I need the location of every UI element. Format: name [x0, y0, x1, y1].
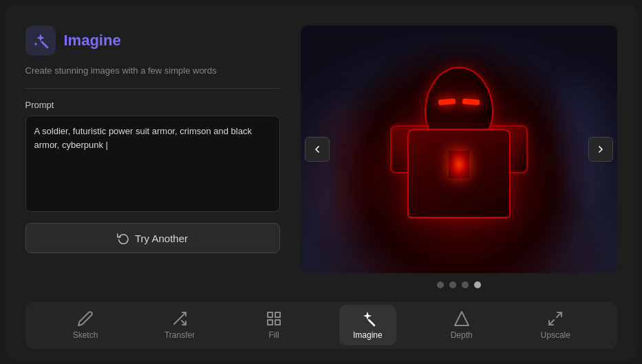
toolbar-item-imagine[interactable]: Imagine	[339, 305, 396, 345]
toolbar-fill-label: Fill	[268, 330, 279, 340]
app-title: Imagine	[64, 32, 121, 50]
toolbar-item-depth[interactable]: Depth	[434, 305, 489, 345]
toolbar-imagine-label: Imagine	[353, 330, 383, 340]
bg-glow-left	[317, 100, 372, 237]
carousel-dot-1[interactable]	[437, 281, 444, 288]
toolbar-item-fill[interactable]: Fill	[246, 305, 301, 345]
svg-line-0	[42, 42, 47, 47]
pencil-icon	[77, 310, 94, 327]
main-content: Imagine Create stunning images with a fe…	[5, 5, 638, 302]
try-another-label: Try Another	[135, 233, 188, 244]
toolbar-item-upscale[interactable]: Upscale	[527, 305, 584, 345]
app-header: Imagine	[25, 25, 280, 56]
expand-icon	[547, 310, 564, 327]
svg-line-7	[369, 320, 374, 325]
chest	[407, 129, 511, 218]
right-panel	[301, 25, 617, 288]
try-another-button[interactable]: Try Another	[25, 223, 280, 253]
wand-active-icon	[359, 310, 376, 327]
svg-rect-5	[275, 320, 280, 325]
refresh-icon	[117, 232, 129, 244]
svg-line-10	[549, 320, 554, 325]
triangle-icon	[453, 310, 470, 327]
cyber-soldier-image	[301, 25, 617, 273]
prompt-label: Prompt	[25, 100, 280, 110]
shuffle-icon	[171, 310, 188, 327]
app-icon-container	[25, 25, 56, 56]
toolbar-item-transfer[interactable]: Transfer	[151, 305, 208, 345]
carousel-dot-2[interactable]	[449, 281, 456, 288]
bottom-toolbar: Sketch Transfer Fill	[25, 302, 617, 349]
svg-rect-6	[268, 320, 272, 325]
prompt-textarea[interactable]: A soldier, futuristic power suit armor, …	[25, 116, 280, 212]
image-display	[301, 25, 617, 273]
left-panel: Imagine Create stunning images with a fe…	[25, 25, 280, 288]
carousel-dot-3[interactable]	[462, 281, 469, 288]
toolbar-sketch-label: Sketch	[73, 330, 98, 340]
toolbar-item-sketch[interactable]: Sketch	[58, 305, 113, 345]
toolbar-upscale-label: Upscale	[541, 330, 570, 340]
carousel-next-button[interactable]	[588, 137, 613, 162]
image-container	[301, 25, 617, 273]
carousel-dot-4[interactable]	[474, 281, 481, 288]
chevron-right-icon	[595, 144, 606, 155]
svg-rect-4	[275, 312, 280, 317]
eye-right	[462, 98, 480, 105]
svg-rect-3	[268, 312, 272, 317]
magic-wand-icon	[32, 32, 49, 49]
carousel-prev-button[interactable]	[305, 137, 330, 162]
eye-left	[438, 98, 456, 105]
app-description: Create stunning images with a few simple…	[25, 64, 280, 78]
armor-body	[390, 53, 528, 273]
toolbar-depth-label: Depth	[451, 330, 473, 340]
chest-glow	[449, 151, 469, 178]
chevron-left-icon	[312, 144, 323, 155]
app-container: Imagine Create stunning images with a fe…	[5, 5, 638, 360]
svg-marker-8	[455, 312, 469, 325]
toolbar-transfer-label: Transfer	[164, 330, 195, 340]
grid-icon	[266, 310, 282, 327]
svg-line-9	[557, 312, 561, 317]
carousel-dots	[437, 281, 481, 288]
divider	[25, 88, 280, 89]
